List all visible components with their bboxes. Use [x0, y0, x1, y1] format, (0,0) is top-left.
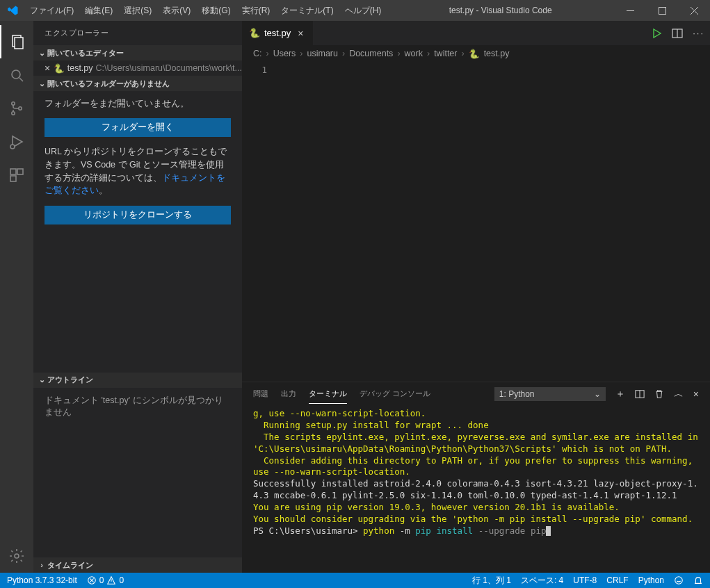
- breadcrumb[interactable]: C:› Users› usimaru› Documents› work› twi…: [242, 45, 710, 62]
- open-editors-label: 開いているエディター: [47, 48, 124, 58]
- status-encoding[interactable]: UTF-8: [573, 575, 597, 585]
- clone-repo-button[interactable]: リポジトリをクローンする: [45, 206, 231, 224]
- outline-empty-message: ドキュメント 'test.py' にシンボルが見つかりません: [33, 388, 242, 425]
- extensions-tab-icon[interactable]: [0, 158, 33, 192]
- split-terminal-icon[interactable]: [635, 389, 645, 399]
- menu-edit[interactable]: 編集(E): [79, 0, 118, 21]
- menu-run[interactable]: 実行(R): [236, 0, 276, 21]
- no-folder-label: 開いているフォルダーがありません: [47, 79, 170, 89]
- chevron-down-icon: ⌄: [36, 375, 47, 384]
- terminal-output[interactable]: g, use --no-warn-script-location. Runnin…: [242, 405, 710, 573]
- run-icon[interactable]: [651, 28, 662, 39]
- split-editor-icon[interactable]: [672, 28, 683, 39]
- svg-point-8: [19, 107, 22, 110]
- terminal-cursor: [546, 526, 551, 536]
- code-editor[interactable]: 1: [242, 62, 710, 382]
- title-bar: ファイル(F) 編集(E) 選択(S) 表示(V) 移動(G) 実行(R) ター…: [0, 0, 710, 21]
- breadcrumb-segment[interactable]: Users: [273, 49, 296, 58]
- terminal-selector[interactable]: 1: Python⌄: [494, 387, 606, 401]
- close-panel-icon[interactable]: ×: [693, 389, 699, 400]
- svg-point-9: [10, 145, 15, 149]
- more-actions-icon[interactable]: ···: [693, 28, 704, 38]
- clone-description: URL からリポジトリをクローンすることもできます。VS Code で Git …: [45, 145, 231, 197]
- breadcrumb-segment[interactable]: Documents: [349, 49, 393, 58]
- menu-help[interactable]: ヘルプ(H): [339, 0, 387, 21]
- breadcrumb-segment[interactable]: C:: [253, 49, 262, 58]
- panel-tab-terminal[interactable]: ターミナル: [309, 384, 347, 404]
- python-file-icon: 🐍: [469, 49, 480, 59]
- outline-label: アウトライン: [47, 375, 93, 385]
- window-title: test.py - Visual Studio Code: [387, 6, 614, 15]
- status-ln-col[interactable]: 行 1、列 1: [472, 575, 511, 587]
- svg-rect-0: [627, 10, 634, 11]
- python-file-icon: 🐍: [54, 63, 65, 74]
- menu-view[interactable]: 表示(V): [157, 0, 196, 21]
- menu-terminal[interactable]: ターミナル(T): [275, 0, 339, 21]
- maximize-button[interactable]: [646, 0, 678, 21]
- settings-gear-icon[interactable]: [0, 539, 33, 573]
- svg-rect-12: [10, 176, 16, 181]
- timeline-label: タイムライン: [47, 560, 93, 571]
- chevron-down-icon: ⌄: [594, 389, 601, 399]
- close-icon[interactable]: ×: [295, 28, 306, 39]
- svg-rect-10: [10, 169, 16, 174]
- explorer-tab-icon[interactable]: [0, 25, 33, 58]
- run-debug-tab-icon[interactable]: [0, 125, 33, 158]
- menu-file[interactable]: ファイル(F): [24, 0, 79, 21]
- timeline-header[interactable]: › タイムライン: [33, 557, 242, 573]
- svg-rect-1: [659, 7, 665, 14]
- breadcrumb-segment[interactable]: work: [405, 49, 423, 58]
- panel-tab-output[interactable]: 出力: [281, 384, 296, 403]
- close-button[interactable]: [678, 0, 710, 21]
- sidebar-title: エクスプローラー: [33, 21, 242, 45]
- editor-tabs: 🐍 test.py × ···: [242, 21, 710, 45]
- status-notifications-icon[interactable]: [693, 575, 703, 585]
- menu-selection[interactable]: 選択(S): [118, 0, 157, 21]
- open-editor-path: C:\Users\usimaru\Documents\work\t...: [96, 63, 242, 73]
- panel: 問題 出力 ターミナル デバッグ コンソール 1: Python⌄ ＋ ︿: [242, 382, 710, 573]
- status-indent[interactable]: スペース: 4: [521, 575, 563, 587]
- svg-rect-11: [17, 169, 23, 174]
- status-language[interactable]: Python: [638, 575, 664, 585]
- outline-header[interactable]: ⌄ アウトライン: [33, 373, 242, 388]
- status-bar: Python 3.7.3 32-bit 0 0 行 1、列 1 スペース: 4 …: [0, 573, 710, 588]
- no-folder-header[interactable]: ⌄ 開いているフォルダーがありません: [33, 76, 242, 91]
- breadcrumb-segment[interactable]: test.py: [484, 49, 510, 58]
- svg-point-4: [12, 70, 20, 79]
- status-python-version[interactable]: Python 3.7.3 32-bit: [7, 575, 77, 585]
- open-editors-header[interactable]: ⌄ 開いているエディター: [33, 45, 242, 60]
- breadcrumb-segment[interactable]: usimaru: [307, 49, 338, 58]
- vscode-icon: [0, 4, 24, 17]
- open-editor-item[interactable]: × 🐍 test.py C:\Users\usimaru\Documents\w…: [33, 60, 242, 76]
- python-file-icon: 🐍: [249, 28, 260, 38]
- open-folder-button[interactable]: フォルダーを開く: [45, 118, 231, 137]
- panel-tabs: 問題 出力 ターミナル デバッグ コンソール 1: Python⌄ ＋ ︿: [242, 382, 710, 405]
- breadcrumb-segment[interactable]: twitter: [434, 49, 457, 58]
- editor-area: 🐍 test.py × ··· C:› Users› usimaru› Docu…: [242, 21, 710, 573]
- svg-point-7: [12, 112, 15, 115]
- maximize-panel-icon[interactable]: ︿: [674, 388, 684, 400]
- chevron-right-icon: ›: [36, 561, 47, 569]
- panel-tab-debug-console[interactable]: デバッグ コンソール: [360, 384, 430, 403]
- tab-label: test.py: [264, 28, 291, 38]
- chevron-down-icon: ⌄: [36, 79, 47, 88]
- panel-tab-problems[interactable]: 問題: [253, 384, 268, 403]
- status-eol[interactable]: CRLF: [606, 575, 628, 585]
- explorer-sidebar: エクスプローラー ⌄ 開いているエディター × 🐍 test.py C:\Use…: [33, 21, 242, 573]
- line-number: 1: [242, 62, 277, 382]
- menu-go[interactable]: 移動(G): [196, 0, 236, 21]
- svg-point-6: [12, 102, 15, 105]
- minimize-button[interactable]: [614, 0, 646, 21]
- new-terminal-icon[interactable]: ＋: [615, 388, 625, 400]
- source-control-tab-icon[interactable]: [0, 92, 33, 125]
- svg-rect-3: [15, 38, 23, 49]
- status-feedback-icon[interactable]: [674, 575, 684, 585]
- close-icon[interactable]: ×: [45, 63, 51, 74]
- kill-terminal-icon[interactable]: [654, 389, 664, 399]
- status-problems[interactable]: 0 0: [87, 575, 124, 585]
- editor-tab[interactable]: 🐍 test.py ×: [242, 21, 314, 45]
- activity-bar: [0, 21, 33, 573]
- window-controls: [614, 0, 710, 21]
- search-tab-icon[interactable]: [0, 58, 33, 92]
- svg-point-13: [15, 554, 19, 558]
